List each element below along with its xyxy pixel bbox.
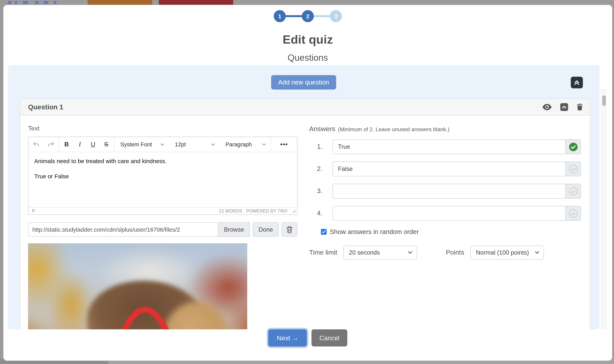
answer-number: 4.	[309, 209, 332, 217]
screen: 1 2 3 Edit quiz Questions Add new questi…	[0, 0, 614, 364]
mark-correct-button-4[interactable]	[565, 206, 581, 221]
step-progress: 1 2 3	[3, 10, 612, 22]
redo-button[interactable]	[45, 139, 57, 150]
image-red-headband	[28, 243, 247, 329]
italic-button[interactable]: I	[74, 139, 86, 150]
font-size-value: 12pt	[175, 141, 186, 148]
scrollbar-thumb[interactable]	[602, 95, 606, 106]
answer-input-1[interactable]	[332, 139, 565, 154]
question-title: Question 1	[28, 103, 542, 111]
step-1[interactable]: 1	[274, 10, 286, 22]
delete-question-button[interactable]	[577, 104, 583, 111]
paragraph-format-value: Paragraph	[225, 141, 252, 148]
browse-button[interactable]: Browse	[219, 222, 250, 237]
remove-media-button[interactable]	[282, 222, 298, 237]
background-page-fragment	[23, 1, 28, 4]
page-title: Edit quiz	[3, 33, 612, 47]
cancel-button[interactable]: Cancel	[312, 329, 347, 347]
font-family-select[interactable]: System Font	[115, 137, 169, 152]
background-page-fragment	[54, 1, 56, 4]
underline-button[interactable]: U	[87, 139, 99, 150]
eye-icon	[542, 104, 552, 110]
step-2[interactable]: 2	[302, 10, 314, 22]
chevron-down-icon	[160, 143, 164, 146]
check-circle-outline-icon	[569, 209, 578, 218]
paragraph-format-select[interactable]: Paragraph	[220, 137, 271, 152]
background-page-fragment	[44, 1, 48, 4]
step-connector-1	[286, 15, 302, 17]
answer-number: 3.	[309, 187, 332, 195]
element-path[interactable]: P	[32, 208, 219, 214]
question-image	[28, 243, 247, 329]
background-red-bar	[159, 0, 233, 5]
preview-question-button[interactable]	[542, 104, 552, 110]
modal-footer: Next → Cancel	[3, 329, 612, 347]
time-limit-value: 20 seconds	[349, 249, 380, 256]
time-points-row: Time limit 20 seconds Points Normal (100…	[309, 246, 581, 260]
points-value: Normal (100 points)	[476, 249, 529, 256]
move-question-up-button[interactable]	[560, 103, 568, 111]
chevron-up-box-icon	[560, 103, 568, 111]
mark-correct-button-3[interactable]	[565, 184, 581, 198]
background-page-fragment	[35, 1, 39, 4]
text-field-label: Text	[28, 125, 298, 132]
chevron-down-icon	[408, 251, 412, 254]
redo-icon	[47, 141, 55, 148]
random-order-checkbox[interactable]	[321, 229, 327, 235]
questions-panel: Add new question Question 1	[8, 65, 600, 329]
done-button[interactable]: Done	[253, 222, 279, 237]
mark-correct-button-2[interactable]	[565, 162, 581, 176]
question-card: Question 1	[20, 99, 590, 329]
question-text-line: True or False	[34, 173, 291, 180]
points-select[interactable]: Normal (100 points)	[470, 246, 544, 260]
answer-row: 3.	[309, 184, 581, 198]
trash-outline-icon	[287, 226, 292, 233]
check-circle-outline-icon	[569, 187, 578, 196]
undo-button[interactable]	[30, 139, 42, 150]
media-url-row: Browse Done	[28, 222, 298, 237]
answer-row: 1.	[309, 139, 581, 154]
background-page-fragment	[8, 1, 12, 4]
tiny-branding[interactable]: POWERED BY TINY	[246, 209, 288, 213]
chevron-down-icon	[211, 143, 215, 146]
step-3[interactable]: 3	[330, 10, 342, 22]
undo-icon	[32, 141, 40, 148]
edit-quiz-modal: 1 2 3 Edit quiz Questions Add new questi…	[3, 5, 613, 361]
editor-content-area[interactable]: Animals need to be treated with care and…	[28, 152, 297, 207]
bold-button[interactable]: B	[60, 139, 73, 150]
question-header: Question 1	[20, 99, 590, 116]
editor-status-bar: P 12 WORDS POWERED BY TINY	[28, 207, 297, 215]
random-order-option[interactable]: Show answers in random order	[321, 228, 581, 235]
media-url-input[interactable]	[28, 222, 219, 237]
scrollbar-track[interactable]	[601, 89, 607, 329]
chevron-down-icon	[535, 251, 539, 254]
resize-handle-icon[interactable]	[292, 209, 296, 213]
collapse-all-button[interactable]	[571, 77, 583, 88]
check-circle-outline-icon	[569, 165, 578, 173]
background-orange-bar	[88, 0, 152, 5]
strikethrough-button[interactable]: S	[100, 139, 113, 150]
time-limit-select[interactable]: 20 seconds	[343, 246, 417, 260]
add-new-question-button[interactable]: Add new question	[271, 75, 336, 90]
answer-number: 1.	[309, 143, 332, 151]
mark-correct-button-1[interactable]	[565, 139, 581, 154]
answer-row: 2.	[309, 162, 581, 176]
font-family-value: System Font	[120, 141, 152, 148]
random-order-label: Show answers in random order	[330, 228, 419, 235]
trash-icon	[577, 104, 583, 111]
points-label: Points	[446, 249, 464, 257]
check-circle-filled-icon	[569, 142, 578, 151]
answer-number: 2.	[309, 165, 332, 173]
editor-toolbar: B I U S System Font 12p	[28, 137, 297, 152]
next-button[interactable]: Next →	[268, 329, 307, 347]
toolbar-more-button[interactable]: •••	[278, 139, 290, 150]
answer-input-3[interactable]	[332, 184, 565, 198]
answer-input-4[interactable]	[332, 206, 565, 221]
question-text-line: Animals need to be treated with care and…	[34, 158, 291, 164]
answer-input-2[interactable]	[332, 162, 565, 176]
word-count: 12 WORDS	[219, 209, 242, 213]
answer-row: 4.	[309, 206, 581, 221]
font-size-select[interactable]: 12pt	[169, 137, 220, 152]
time-limit-label: Time limit	[309, 249, 337, 257]
background-page-strip	[0, 0, 614, 5]
